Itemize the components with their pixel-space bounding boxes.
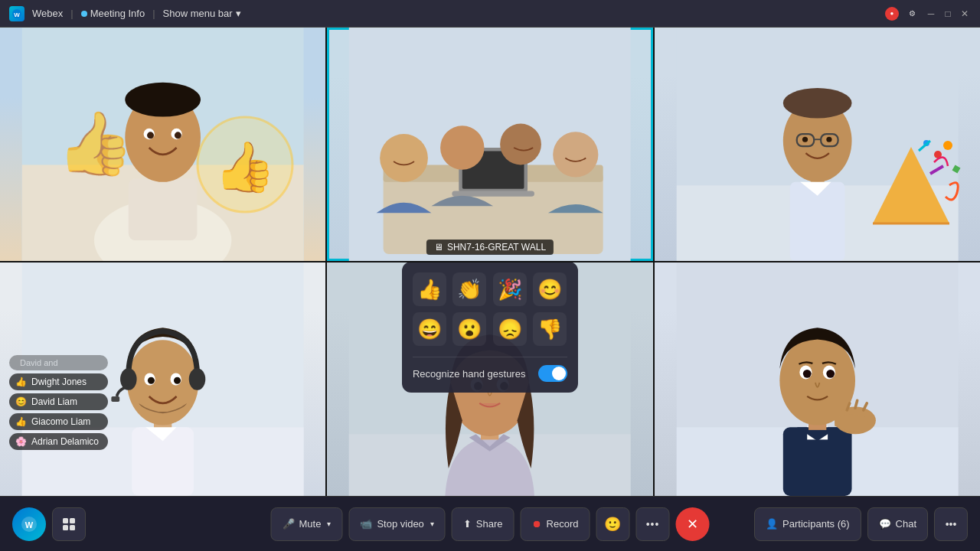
participant-emoji-david: 😊 [15, 396, 27, 407]
close-button[interactable]: ✕ [959, 8, 971, 20]
share-icon: ⬆ [463, 518, 472, 530]
svg-point-75 [802, 370, 811, 378]
screen-icon: 🖥 [434, 242, 443, 253]
video-icon: 📹 [360, 518, 372, 530]
svg-point-8 [125, 83, 201, 117]
titlebar: W Webex | Meeting Info | Show menu bar ▾… [0, 0, 980, 28]
svg-point-31 [782, 88, 851, 118]
person-svg-1: 👍 [0, 28, 325, 261]
more-button[interactable]: ••• [635, 507, 669, 541]
svg-point-11 [147, 132, 154, 139]
video-cell-4: David and 👍 Dwight Jones 😊 David Liam 👍 … [0, 262, 325, 496]
participant-label-adrian: 🌸 Adrian Delamico [9, 433, 108, 450]
emoji-sad[interactable]: 😞 [493, 312, 527, 346]
mute-button[interactable]: 🎤 Mute ▾ [271, 507, 343, 541]
record-button[interactable]: ⏺ Record [521, 507, 590, 541]
meeting-info-label: Meeting Info [90, 8, 145, 19]
video-cell-6 [655, 262, 980, 496]
show-menu-label: Show menu bar [163, 8, 233, 19]
cell-content-3 [655, 28, 980, 261]
svg-rect-52 [111, 396, 119, 402]
titlebar-right: ● ⚙ ─ □ ✕ [885, 7, 971, 21]
toolbar: W 🎤 Mute ▾ 📹 Stop video ▾ ⬆ Share [0, 496, 980, 551]
emoji-thumbsup[interactable]: 👍 [413, 272, 446, 306]
participant-label-giacomo: 👍 Giacomo Liam [9, 413, 108, 430]
svg-point-76 [826, 370, 835, 378]
reactions-icon: 🙂 [604, 516, 621, 533]
participant-label-david: 😊 David Liam [9, 393, 108, 410]
person-svg-2 [327, 28, 652, 261]
show-menu-btn[interactable]: Show menu bar ▾ [163, 8, 241, 19]
chevron-down-icon: ▾ [236, 8, 241, 19]
cell-content-1: 👍 👍 [0, 28, 325, 261]
more-icon: ••• [646, 518, 660, 530]
stop-video-button[interactable]: 📹 Stop video ▾ [348, 507, 445, 541]
titlebar-icon-btn[interactable]: ⚙ [905, 7, 919, 21]
gesture-toggle[interactable] [538, 365, 567, 382]
screen-share-label: 🖥 SHN7-16-GREAT WALL [426, 240, 554, 255]
video-cell-1: 👍 👍 [0, 28, 325, 261]
svg-point-35 [802, 137, 808, 142]
svg-rect-5 [129, 178, 198, 240]
chat-label: Chat [896, 518, 916, 530]
svg-point-24 [500, 124, 541, 165]
cell-content-2: 🖥 SHN7-16-GREAT WALL [327, 28, 652, 261]
toggle-knob [552, 367, 566, 380]
svg-text:W: W [25, 520, 34, 530]
stop-video-label: Stop video [377, 518, 423, 530]
apps-button[interactable] [52, 507, 86, 541]
cell-content-4: David and 👍 Dwight Jones 😊 David Liam 👍 … [0, 262, 325, 496]
maximize-button[interactable]: □ [942, 8, 954, 20]
mute-icon: 🎤 [283, 518, 295, 530]
more-right-icon: ••• [946, 518, 957, 530]
emoji-laugh[interactable]: 😄 [413, 312, 446, 346]
end-call-icon: ✕ [687, 516, 698, 533]
emoji-smile[interactable]: 😊 [533, 272, 567, 306]
toolbar-right: 👤 Participants (6) 💬 Chat ••• [754, 507, 968, 541]
participants-label: Participants (6) [782, 518, 849, 530]
titlebar-sep2: | [152, 8, 155, 19]
webex-icon: W [21, 516, 38, 533]
mute-label: Mute [299, 518, 322, 530]
emoji-thumbsdown[interactable]: 👎 [533, 312, 567, 346]
toolbar-center: 🎤 Mute ▾ 📹 Stop video ▾ ⬆ Share ⏺ Record… [271, 507, 710, 541]
participants-icon: 👤 [766, 518, 778, 530]
video-cell-3 [655, 28, 980, 261]
participant-name-ghost: David and [20, 358, 58, 367]
participants-button[interactable]: 👤 Participants (6) [754, 507, 861, 541]
titlebar-sep: | [70, 8, 73, 19]
video-grid: 👍 👍 [0, 28, 980, 496]
emoji-clap[interactable]: 👏 [452, 272, 486, 306]
chat-icon: 💬 [879, 518, 891, 530]
emoji-party[interactable]: 🎉 [493, 272, 527, 306]
person-svg-6 [655, 262, 980, 496]
svg-point-22 [380, 134, 428, 182]
share-button[interactable]: ⬆ Share [452, 507, 514, 541]
record-label: Record [547, 518, 579, 530]
meeting-info-btn[interactable]: Meeting Info [81, 8, 145, 19]
video-chevron-icon: ▾ [430, 520, 434, 528]
record-icon: ⏺ [532, 518, 542, 530]
participant-label-dwight: 👍 Dwight Jones [9, 373, 108, 390]
chat-button[interactable]: 💬 Chat [867, 507, 928, 541]
minimize-button[interactable]: ─ [925, 8, 937, 20]
svg-point-23 [440, 126, 484, 169]
emoji-reaction-popup: 👍 👏 🎉 😊 😄 😮 😞 👎 Recognize hand gestures [402, 262, 578, 393]
end-call-button[interactable]: ✕ [675, 507, 709, 541]
participant-name-dwight: Dwight Jones [31, 377, 87, 387]
webex-logo-button[interactable]: W [12, 507, 46, 541]
svg-point-36 [826, 137, 831, 142]
meeting-info-dot [81, 11, 87, 17]
svg-text:W: W [14, 11, 20, 18]
video-cell-2: 🖥 SHN7-16-GREAT WALL [327, 28, 652, 261]
svg-rect-85 [63, 525, 68, 530]
toolbar-left: W [12, 507, 86, 541]
emoji-surprised[interactable]: 😮 [452, 312, 486, 346]
screen-share-text: SHN7-16-GREAT WALL [447, 242, 546, 253]
reactions-button[interactable]: 🙂 [596, 507, 629, 541]
svg-point-25 [554, 132, 599, 177]
more-right-button[interactable]: ••• [934, 507, 968, 541]
svg-text:👍: 👍 [57, 107, 134, 180]
record-indicator: ● [885, 7, 899, 21]
participant-name-david: David Liam [31, 396, 77, 407]
